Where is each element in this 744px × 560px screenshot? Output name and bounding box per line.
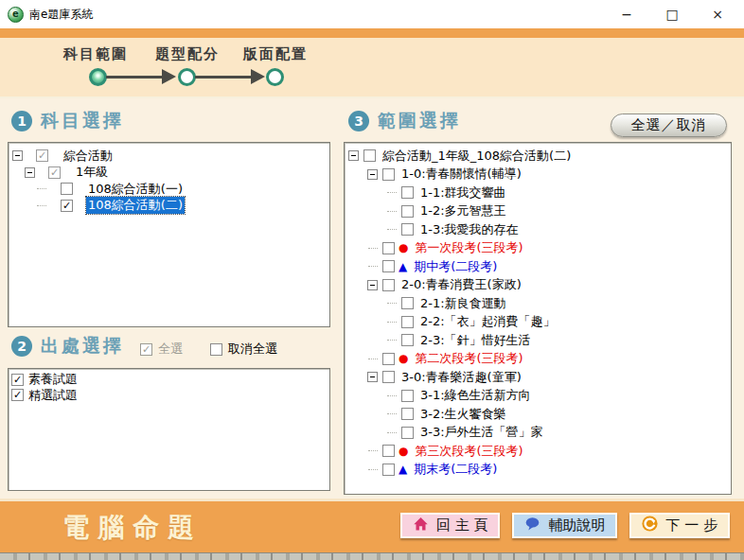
- select-all-toggle-button[interactable]: 全選／取消: [611, 114, 727, 137]
- tree-node-label[interactable]: 108綜合活動(二): [86, 197, 185, 214]
- tree-node[interactable]: ✓綜合活動: [9, 148, 329, 165]
- minimize-button[interactable]: −: [604, 0, 649, 28]
- tree-node[interactable]: ✓綜合活動_1年級_108綜合活動(二): [345, 147, 731, 166]
- tree-node[interactable]: ✓108綜合活動(二): [9, 198, 329, 215]
- footer-buttons: 回 主 頁 輔助說明 下 一 步: [400, 513, 730, 538]
- tree-checkbox[interactable]: ✓: [36, 149, 48, 162]
- tree-checkbox[interactable]: ✓: [382, 371, 395, 383]
- tree-node-label[interactable]: 第一次段考(三段考): [413, 239, 524, 256]
- tree-node[interactable]: ✓3-3:戶外生活「營」家: [345, 424, 731, 443]
- tree-checkbox[interactable]: ✓: [382, 260, 395, 272]
- range-tree-listbox[interactable]: ✓綜合活動_1年級_108綜合活動(二)✓1-0:青春關懷情(輔導)✓1-1:群…: [344, 142, 732, 495]
- tree-node-label[interactable]: 3-3:戶外生活「營」家: [418, 424, 545, 441]
- tree-node-label[interactable]: 期中考(二段考): [412, 258, 499, 275]
- tree-node[interactable]: ✓●第三次段考(三段考): [345, 442, 731, 461]
- tree-node-label[interactable]: 3-1:綠色生活新方向: [418, 387, 533, 404]
- red-dot: ●: [399, 353, 408, 364]
- tree-node-label[interactable]: 期末考(二段考): [412, 461, 499, 478]
- help-button[interactable]: 輔助說明: [512, 513, 617, 538]
- tree-node-label[interactable]: 3-0:青春樂活趣(童軍): [399, 369, 523, 386]
- tree-node[interactable]: ✓2-3:「針」惜好生活: [345, 331, 731, 350]
- source-list-item[interactable]: ✓精選試題: [9, 388, 329, 404]
- close-button[interactable]: ×: [695, 0, 740, 28]
- expand-toggle-icon[interactable]: [348, 150, 359, 161]
- tree-node[interactable]: ✓1-1:群我交響曲: [345, 184, 731, 202]
- tree-line-stub: [368, 359, 378, 359]
- select-all-checkbox[interactable]: ✓: [140, 343, 152, 356]
- tree-node-label[interactable]: 2-3:「針」惜好生活: [418, 332, 533, 349]
- deselect-all-checkbox[interactable]: ✓: [210, 343, 222, 356]
- tree-node-label[interactable]: 1-3:我愛我的存在: [418, 221, 521, 238]
- tree-checkbox[interactable]: ✓: [401, 334, 414, 346]
- home-button-label: 回 主 頁: [436, 516, 488, 534]
- tree-checkbox[interactable]: ✓: [382, 279, 395, 291]
- tree-checkbox[interactable]: ✓: [363, 149, 376, 162]
- expand-toggle-icon[interactable]: [25, 167, 35, 178]
- expand-toggle-icon[interactable]: [367, 280, 378, 290]
- tree-node[interactable]: ✓3-2:生火饗食樂: [345, 405, 731, 424]
- tree-checkbox[interactable]: ✓: [382, 168, 395, 181]
- tree-checkbox[interactable]: ✓: [61, 183, 73, 195]
- tree-checkbox[interactable]: ✓: [401, 408, 414, 420]
- tree-checkbox[interactable]: ✓: [382, 445, 395, 457]
- tree-node[interactable]: ✓3-0:青春樂活趣(童軍): [345, 368, 731, 387]
- expand-toggle-icon[interactable]: [367, 372, 378, 382]
- tree-checkbox[interactable]: ✓: [401, 390, 414, 402]
- source-item-checkbox[interactable]: ✓: [11, 374, 24, 386]
- tree-node[interactable]: ✓1-2:多元智慧王: [345, 202, 731, 221]
- tree-node-label[interactable]: 1-1:群我交響曲: [418, 184, 508, 201]
- tree-checkbox[interactable]: ✓: [61, 200, 73, 212]
- tree-checkbox[interactable]: ✓: [382, 353, 395, 365]
- tree-node-label[interactable]: 2-0:青春消費王(家政): [399, 276, 523, 293]
- tree-node-label[interactable]: 2-1:新良食運動: [418, 295, 508, 312]
- tree-node[interactable]: ✓2-2:「衣」起消費「趣」: [345, 313, 731, 332]
- home-button[interactable]: 回 主 頁: [400, 513, 501, 538]
- maximize-button[interactable]: □: [649, 0, 695, 28]
- tree-checkbox[interactable]: ✓: [401, 205, 414, 218]
- tree-node-label[interactable]: 2-2:「衣」起消費「趣」: [418, 313, 558, 330]
- tree-node-label[interactable]: 第二次段考(三段考): [413, 350, 524, 367]
- next-step-button[interactable]: 下 一 步: [629, 513, 730, 538]
- tree-line-stub: [387, 211, 397, 212]
- expand-toggle-icon[interactable]: [12, 150, 23, 161]
- tree-node[interactable]: ✓2-0:青春消費王(家政): [345, 276, 731, 295]
- tree-node-label[interactable]: 3-2:生火饗食樂: [418, 406, 508, 423]
- tree-checkbox[interactable]: ✓: [401, 316, 414, 328]
- tree-node[interactable]: ✓3-1:綠色生活新方向: [345, 387, 731, 406]
- tree-node-label[interactable]: 1-2:多元智慧王: [418, 202, 508, 219]
- tree-checkbox[interactable]: ✓: [401, 427, 414, 439]
- tree-node[interactable]: ✓108綜合活動(一): [9, 181, 329, 198]
- tree-node-label[interactable]: 綜合活動: [62, 148, 115, 165]
- expand-toggle-icon[interactable]: [367, 169, 378, 180]
- source-listbox[interactable]: ✓素養試題✓精選試題: [8, 368, 330, 491]
- tree-checkbox[interactable]: ✓: [382, 464, 395, 476]
- tree-node[interactable]: ✓●第二次段考(三段考): [345, 350, 731, 369]
- tree-node[interactable]: ✓▲期末考(二段考): [345, 461, 731, 480]
- source-section-header: 2 出處選擇: [11, 334, 124, 359]
- tree-node[interactable]: ✓▲期中考(二段考): [345, 257, 731, 276]
- tree-node[interactable]: ✓●第一次段考(三段考): [345, 239, 731, 258]
- tree-node-label[interactable]: 108綜合活動(一): [86, 181, 185, 198]
- tree-node-label[interactable]: 1-0:青春關懷情(輔導): [399, 166, 523, 183]
- tree-node[interactable]: ✓2-1:新良食運動: [345, 294, 731, 313]
- deselect-all-checkbox-group[interactable]: ✓ 取消全選: [210, 341, 277, 358]
- tree-checkbox[interactable]: ✓: [401, 223, 414, 236]
- select-all-checkbox-group[interactable]: ✓ 全選: [140, 341, 183, 358]
- tree-node-label[interactable]: 綜合活動_1年級_108綜合活動(二): [381, 148, 573, 165]
- subject-tree-listbox[interactable]: ✓綜合活動✓1年級✓108綜合活動(一)✓108綜合活動(二): [8, 142, 330, 327]
- tree-node-label[interactable]: 第三次段考(三段考): [413, 443, 524, 460]
- tree-node[interactable]: ✓1-0:青春關懷情(輔導): [345, 166, 731, 184]
- expand-slot: [23, 167, 45, 178]
- source-list-item[interactable]: ✓素養試題: [9, 372, 329, 388]
- tree-checkbox[interactable]: ✓: [401, 186, 414, 199]
- tree-line-stub: [387, 340, 397, 341]
- tree-checkbox[interactable]: ✓: [401, 297, 414, 309]
- tree-line-slot: [384, 229, 399, 230]
- tree-node-label[interactable]: 1年級: [74, 164, 110, 181]
- tree-checkbox[interactable]: ✓: [382, 242, 395, 254]
- step-arrow-head-2: [251, 69, 265, 84]
- tree-node[interactable]: ✓1年級: [9, 165, 329, 182]
- tree-node[interactable]: ✓1-3:我愛我的存在: [345, 220, 731, 239]
- tree-checkbox[interactable]: ✓: [48, 166, 61, 179]
- source-item-checkbox[interactable]: ✓: [11, 389, 24, 401]
